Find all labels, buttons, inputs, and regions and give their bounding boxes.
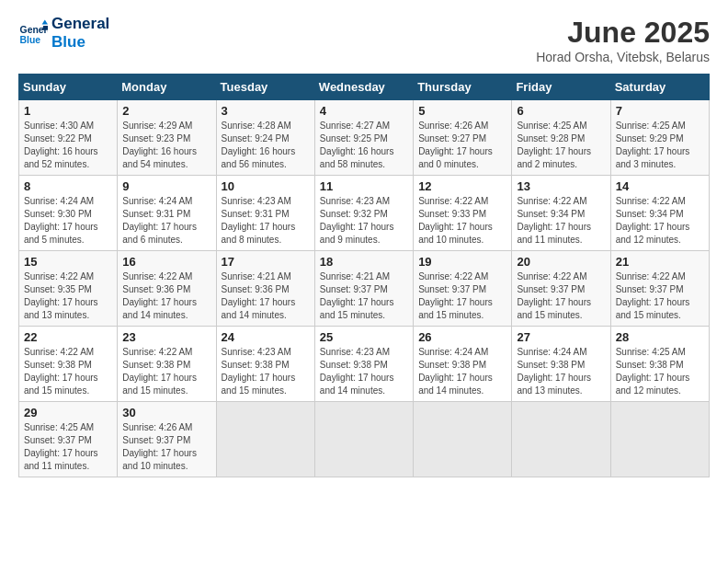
day-cell [216, 402, 314, 477]
day-cell: 28 Sunrise: 4:25 AMSunset: 9:38 PMDaylig… [610, 327, 709, 402]
day-number: 13 [517, 179, 605, 193]
day-detail: Sunrise: 4:22 AMSunset: 9:38 PMDaylight:… [24, 347, 98, 396]
day-detail: Sunrise: 4:22 AMSunset: 9:37 PMDaylight:… [418, 271, 493, 320]
day-number: 18 [320, 255, 408, 269]
week-row-2: 8 Sunrise: 4:24 AMSunset: 9:30 PMDayligh… [19, 176, 710, 251]
day-cell: 17 Sunrise: 4:21 AMSunset: 9:36 PMDaylig… [216, 251, 314, 327]
day-cell: 26 Sunrise: 4:24 AMSunset: 9:38 PMDaylig… [414, 327, 512, 402]
col-header-wednesday: Wednesday [314, 75, 413, 100]
day-detail: Sunrise: 4:24 AMSunset: 9:30 PMDaylight:… [24, 196, 98, 245]
col-header-monday: Monday [118, 75, 216, 100]
day-detail: Sunrise: 4:26 AMSunset: 9:27 PMDaylight:… [418, 121, 493, 169]
calendar-body: 1 Sunrise: 4:30 AMSunset: 9:22 PMDayligh… [19, 100, 710, 477]
day-detail: Sunrise: 4:22 AMSunset: 9:36 PMDaylight:… [122, 271, 197, 320]
day-cell: 22 Sunrise: 4:22 AMSunset: 9:38 PMDaylig… [19, 327, 118, 402]
day-cell: 13 Sunrise: 4:22 AMSunset: 9:34 PMDaylig… [512, 176, 610, 251]
day-detail: Sunrise: 4:27 AMSunset: 9:25 PMDaylight:… [320, 121, 394, 169]
day-cell: 16 Sunrise: 4:22 AMSunset: 9:36 PMDaylig… [118, 251, 216, 327]
day-detail: Sunrise: 4:22 AMSunset: 9:33 PMDaylight:… [418, 196, 493, 245]
day-cell: 3 Sunrise: 4:28 AMSunset: 9:24 PMDayligh… [216, 100, 314, 176]
logo-icon: General Blue [18, 18, 48, 48]
day-number: 7 [616, 104, 704, 118]
day-number: 17 [222, 255, 310, 269]
day-number: 4 [320, 104, 408, 118]
col-header-tuesday: Tuesday [216, 75, 314, 100]
col-header-thursday: Thursday [414, 75, 512, 100]
day-detail: Sunrise: 4:29 AMSunset: 9:23 PMDaylight:… [122, 121, 197, 169]
day-cell: 4 Sunrise: 4:27 AMSunset: 9:25 PMDayligh… [314, 100, 413, 176]
day-number: 20 [517, 255, 605, 269]
day-detail: Sunrise: 4:22 AMSunset: 9:34 PMDaylight:… [517, 196, 591, 245]
svg-text:Blue: Blue [20, 36, 41, 46]
day-detail: Sunrise: 4:22 AMSunset: 9:34 PMDaylight:… [616, 196, 690, 245]
day-number: 27 [517, 330, 605, 344]
day-cell [512, 402, 610, 477]
calendar-header-row: SundayMondayTuesdayWednesdayThursdayFrid… [19, 75, 710, 100]
day-detail: Sunrise: 4:22 AMSunset: 9:35 PMDaylight:… [24, 271, 98, 320]
logo: General Blue General Blue [18, 15, 109, 52]
title-block: June 2025 Horad Orsha, Vitebsk, Belarus [536, 15, 710, 64]
day-number: 9 [122, 179, 210, 193]
day-number: 21 [616, 255, 704, 269]
day-cell: 6 Sunrise: 4:25 AMSunset: 9:28 PMDayligh… [512, 100, 610, 176]
day-number: 29 [24, 406, 112, 419]
header: General Blue General Blue June 2025 Hora… [18, 15, 710, 64]
day-number: 2 [122, 104, 210, 118]
logo-blue: Blue [51, 33, 109, 52]
col-header-sunday: Sunday [19, 75, 118, 100]
day-number: 1 [24, 104, 112, 118]
day-detail: Sunrise: 4:24 AMSunset: 9:38 PMDaylight:… [517, 347, 591, 396]
day-cell: 19 Sunrise: 4:22 AMSunset: 9:37 PMDaylig… [414, 251, 512, 327]
day-cell: 2 Sunrise: 4:29 AMSunset: 9:23 PMDayligh… [118, 100, 216, 176]
day-cell: 30 Sunrise: 4:26 AMSunset: 9:37 PMDaylig… [118, 402, 216, 477]
day-cell [610, 402, 709, 477]
day-detail: Sunrise: 4:23 AMSunset: 9:38 PMDaylight:… [320, 347, 394, 396]
svg-marker-2 [42, 20, 48, 25]
day-detail: Sunrise: 4:25 AMSunset: 9:28 PMDaylight:… [517, 121, 591, 169]
day-cell: 10 Sunrise: 4:23 AMSunset: 9:31 PMDaylig… [216, 176, 314, 251]
day-cell: 14 Sunrise: 4:22 AMSunset: 9:34 PMDaylig… [610, 176, 709, 251]
day-cell: 24 Sunrise: 4:23 AMSunset: 9:38 PMDaylig… [216, 327, 314, 402]
calendar-page: General Blue General Blue June 2025 Hora… [0, 0, 728, 563]
day-detail: Sunrise: 4:22 AMSunset: 9:37 PMDaylight:… [616, 271, 690, 320]
day-cell [414, 402, 512, 477]
day-cell: 25 Sunrise: 4:23 AMSunset: 9:38 PMDaylig… [314, 327, 413, 402]
day-number: 14 [616, 179, 704, 193]
day-cell: 7 Sunrise: 4:25 AMSunset: 9:29 PMDayligh… [610, 100, 709, 176]
day-number: 11 [320, 179, 408, 193]
day-detail: Sunrise: 4:23 AMSunset: 9:38 PMDaylight:… [222, 347, 296, 396]
day-cell: 23 Sunrise: 4:22 AMSunset: 9:38 PMDaylig… [118, 327, 216, 402]
day-number: 22 [24, 330, 112, 344]
day-number: 6 [517, 104, 605, 118]
day-detail: Sunrise: 4:30 AMSunset: 9:22 PMDaylight:… [24, 121, 98, 169]
day-detail: Sunrise: 4:26 AMSunset: 9:37 PMDaylight:… [122, 422, 197, 471]
day-cell: 8 Sunrise: 4:24 AMSunset: 9:30 PMDayligh… [19, 176, 118, 251]
day-detail: Sunrise: 4:28 AMSunset: 9:24 PMDaylight:… [222, 121, 296, 169]
day-cell [314, 402, 413, 477]
day-detail: Sunrise: 4:22 AMSunset: 9:38 PMDaylight:… [122, 347, 197, 396]
day-cell: 5 Sunrise: 4:26 AMSunset: 9:27 PMDayligh… [414, 100, 512, 176]
day-cell: 12 Sunrise: 4:22 AMSunset: 9:33 PMDaylig… [414, 176, 512, 251]
day-cell: 27 Sunrise: 4:24 AMSunset: 9:38 PMDaylig… [512, 327, 610, 402]
day-cell: 11 Sunrise: 4:23 AMSunset: 9:32 PMDaylig… [314, 176, 413, 251]
week-row-1: 1 Sunrise: 4:30 AMSunset: 9:22 PMDayligh… [19, 100, 710, 176]
day-detail: Sunrise: 4:24 AMSunset: 9:38 PMDaylight:… [418, 347, 493, 396]
week-row-3: 15 Sunrise: 4:22 AMSunset: 9:35 PMDaylig… [19, 251, 710, 327]
day-cell: 29 Sunrise: 4:25 AMSunset: 9:37 PMDaylig… [19, 402, 118, 477]
calendar-table: SundayMondayTuesdayWednesdayThursdayFrid… [18, 74, 710, 477]
day-cell: 15 Sunrise: 4:22 AMSunset: 9:35 PMDaylig… [19, 251, 118, 327]
day-detail: Sunrise: 4:21 AMSunset: 9:37 PMDaylight:… [320, 271, 394, 320]
col-header-friday: Friday [512, 75, 610, 100]
week-row-4: 22 Sunrise: 4:22 AMSunset: 9:38 PMDaylig… [19, 327, 710, 402]
logo-general: General [51, 15, 109, 33]
day-detail: Sunrise: 4:22 AMSunset: 9:37 PMDaylight:… [517, 271, 591, 320]
day-number: 3 [222, 104, 310, 118]
day-number: 12 [418, 179, 506, 193]
day-number: 16 [122, 255, 210, 269]
day-cell: 1 Sunrise: 4:30 AMSunset: 9:22 PMDayligh… [19, 100, 118, 176]
day-number: 15 [24, 255, 112, 269]
day-number: 8 [24, 179, 112, 193]
day-number: 23 [122, 330, 210, 344]
week-row-5: 29 Sunrise: 4:25 AMSunset: 9:37 PMDaylig… [19, 402, 710, 477]
month-title: June 2025 [536, 15, 710, 50]
